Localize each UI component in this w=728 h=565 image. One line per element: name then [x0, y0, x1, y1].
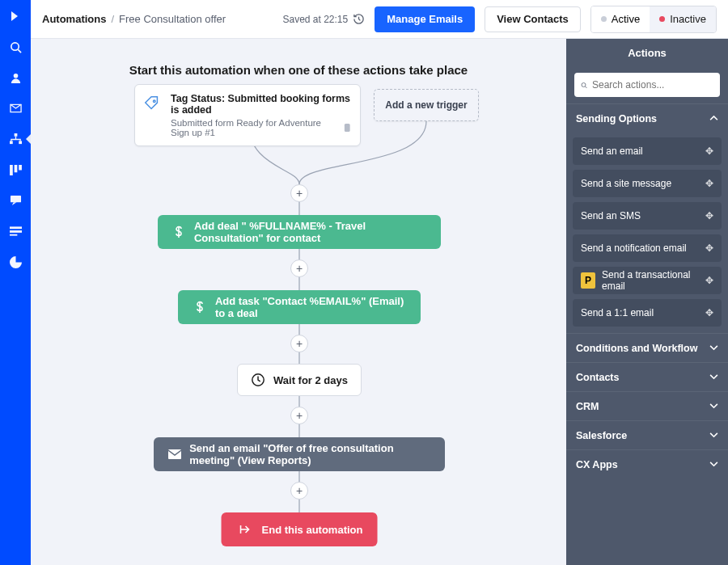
- svg-point-1: [13, 73, 18, 78]
- action-send-1-1[interactable]: Send a 1:1 email✥: [573, 299, 722, 327]
- svg-rect-8: [10, 196, 20, 202]
- svg-rect-11: [10, 234, 17, 236]
- postmark-badge-icon: P: [581, 272, 595, 289]
- drag-icon: ✥: [705, 307, 713, 318]
- panel-search: [566, 66, 728, 103]
- section-crm[interactable]: CRM: [566, 391, 728, 420]
- workspace: Start this automation when one of these …: [31, 39, 728, 565]
- add-step-button-1[interactable]: +: [290, 184, 308, 202]
- step-send-email[interactable]: Send an email "Offer of free consultatio…: [154, 437, 445, 471]
- svg-rect-4: [19, 141, 22, 144]
- svg-point-16: [582, 82, 586, 86]
- chevron-down-icon: [709, 403, 718, 409]
- history-icon[interactable]: [353, 13, 365, 25]
- breadcrumb: Automations / Free Consultation offer: [42, 13, 226, 25]
- search-input[interactable]: [592, 79, 713, 91]
- status-toggle: Active Inactive: [590, 6, 717, 33]
- drag-icon: ✥: [705, 145, 713, 157]
- step-end-automation[interactable]: End this automation: [222, 512, 378, 546]
- step-label: Wait for 2 days: [273, 374, 348, 386]
- dollar-icon: [172, 223, 186, 241]
- dollar-icon: [193, 298, 207, 316]
- mail-icon: [168, 445, 181, 463]
- logo-icon[interactable]: [7, 8, 23, 24]
- add-step-button-5[interactable]: +: [290, 482, 308, 500]
- clock-icon: [251, 373, 265, 387]
- section-cx-apps[interactable]: CX Apps: [566, 449, 728, 479]
- sending-items: Send an email✥ Send a site message✥ Send…: [566, 133, 728, 333]
- chevron-up-icon: [709, 116, 718, 121]
- drag-icon: ✥: [705, 275, 713, 286]
- drag-icon: ✥: [705, 178, 713, 189]
- automations-icon[interactable]: [7, 131, 23, 147]
- svg-rect-2: [14, 133, 17, 137]
- svg-rect-3: [10, 141, 13, 144]
- section-contacts[interactable]: Contacts: [566, 362, 728, 391]
- end-icon: [236, 521, 254, 538]
- chevron-down-icon: [709, 462, 718, 467]
- step-label: Add task "Contact %EMAIL%" (Email) to a …: [215, 295, 406, 319]
- svg-rect-7: [19, 165, 22, 171]
- svg-rect-10: [10, 230, 22, 233]
- breadcrumb-root[interactable]: Automations: [42, 13, 106, 25]
- add-step-button-3[interactable]: +: [290, 335, 308, 352]
- main-area: Automations / Free Consultation offer Sa…: [31, 0, 728, 565]
- section-sending[interactable]: Sending Options: [566, 103, 728, 133]
- breadcrumb-sep: /: [111, 13, 114, 25]
- automation-canvas[interactable]: Start this automation when one of these …: [31, 39, 566, 565]
- conversations-icon[interactable]: [7, 192, 23, 209]
- deals-icon[interactable]: [7, 162, 23, 178]
- section-salesforce[interactable]: Salesforce: [566, 420, 728, 449]
- svg-rect-5: [10, 165, 13, 175]
- action-send-email[interactable]: Send an email✥: [573, 137, 722, 165]
- tag-icon: [143, 95, 161, 112]
- step-wait[interactable]: Wait for 2 days: [237, 364, 362, 396]
- drag-icon: ✥: [705, 210, 713, 221]
- trigger-subtitle: Submitted form Ready for Adventure Sign …: [171, 118, 339, 137]
- section-conditions[interactable]: Conditions and Workflow: [566, 333, 728, 362]
- action-send-sms[interactable]: Send an SMS✥: [573, 202, 722, 230]
- saved-status: Saved at 22:15: [282, 13, 365, 25]
- panel-title: Actions: [566, 39, 728, 66]
- nav-rail: [0, 0, 31, 565]
- chevron-down-icon: [709, 432, 718, 438]
- lists-icon[interactable]: [7, 223, 23, 239]
- svg-rect-6: [14, 165, 17, 172]
- add-trigger-button[interactable]: Add a new trigger: [374, 89, 479, 121]
- search-icon[interactable]: [7, 39, 23, 55]
- action-send-transactional[interactable]: PSend a transactional email✥: [573, 267, 722, 294]
- step-add-task[interactable]: Add task "Contact %EMAIL%" (Email) to a …: [178, 290, 421, 324]
- saved-label: Saved at 22:15: [282, 14, 348, 25]
- chevron-down-icon: [709, 374, 718, 380]
- step-label: Send an email "Offer of free consultatio…: [189, 442, 430, 466]
- step-add-deal[interactable]: Add deal " %FULLNAME% - Travel Consultat…: [158, 215, 441, 249]
- step-label: Add deal " %FULLNAME% - Travel Consultat…: [194, 220, 426, 244]
- svg-point-12: [153, 100, 155, 103]
- actions-panel: Actions Sending Options Send an email✥ S…: [566, 39, 728, 565]
- top-bar: Automations / Free Consultation offer Sa…: [31, 0, 728, 39]
- status-active[interactable]: Active: [591, 6, 650, 32]
- svg-rect-9: [10, 226, 22, 229]
- manage-emails-button[interactable]: Manage Emails: [375, 6, 475, 32]
- view-contacts-button[interactable]: View Contacts: [485, 6, 581, 32]
- campaigns-icon[interactable]: [7, 100, 23, 116]
- chevron-down-icon: [709, 345, 718, 351]
- add-step-button-4[interactable]: +: [290, 407, 308, 424]
- runs-once-icon: [344, 123, 351, 133]
- search-icon: [581, 80, 587, 91]
- svg-point-0: [11, 42, 18, 49]
- breadcrumb-leaf: Free Consultation offer: [119, 13, 226, 25]
- action-send-site-message[interactable]: Send a site message✥: [573, 170, 722, 197]
- svg-rect-15: [168, 449, 181, 459]
- trigger-title: Tag Status: Submitted booking forms is a…: [171, 93, 350, 116]
- svg-rect-13: [344, 124, 349, 132]
- trigger-card[interactable]: Tag Status: Submitted booking forms is a…: [134, 84, 361, 146]
- canvas-heading: Start this automation when one of these …: [31, 63, 566, 77]
- step-label: End this automation: [262, 524, 363, 536]
- add-step-button-2[interactable]: +: [290, 259, 308, 277]
- contacts-icon[interactable]: [7, 70, 23, 86]
- action-send-notification[interactable]: Send a notification email✥: [573, 234, 722, 262]
- reports-icon[interactable]: [7, 254, 23, 270]
- status-inactive[interactable]: Inactive: [650, 6, 716, 32]
- drag-icon: ✥: [705, 242, 713, 254]
